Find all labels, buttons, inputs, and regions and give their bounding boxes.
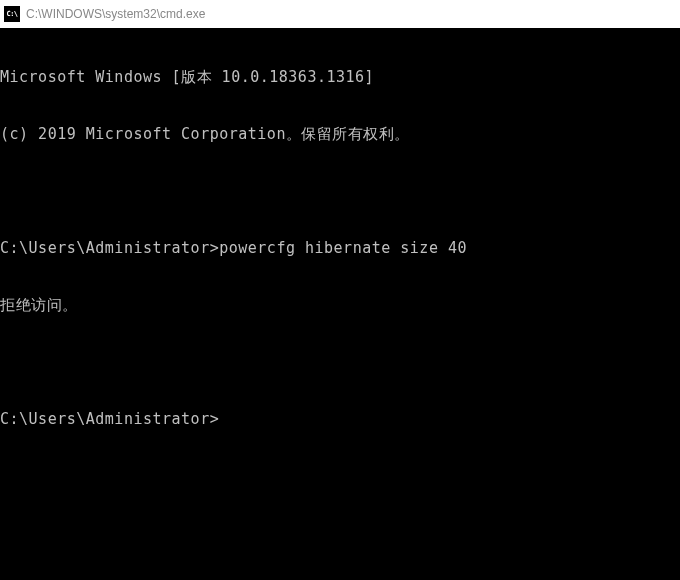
- terminal-command-line: C:\Users\Administrator>powercfg hibernat…: [0, 239, 680, 258]
- window-title: C:\WINDOWS\system32\cmd.exe: [26, 7, 205, 21]
- cmd-icon-label: C:\: [6, 10, 17, 18]
- window-titlebar[interactable]: C:\ C:\WINDOWS\system32\cmd.exe: [0, 0, 680, 28]
- cmd-icon: C:\: [4, 6, 20, 22]
- terminal-blank-line: [0, 353, 680, 372]
- terminal-prompt-line: C:\Users\Administrator>: [0, 410, 680, 429]
- terminal-header-line: Microsoft Windows [版本 10.0.18363.1316]: [0, 68, 680, 87]
- terminal-result-line: 拒绝访问。: [0, 296, 680, 315]
- terminal-output[interactable]: Microsoft Windows [版本 10.0.18363.1316] (…: [0, 28, 680, 580]
- terminal-copyright-line: (c) 2019 Microsoft Corporation。保留所有权利。: [0, 125, 680, 144]
- terminal-blank-line: [0, 182, 680, 201]
